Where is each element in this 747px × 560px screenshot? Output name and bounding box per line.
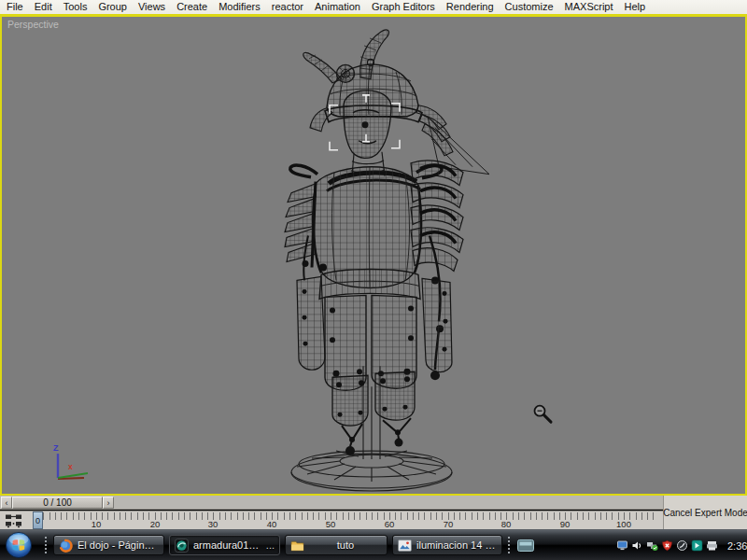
taskbar-clock[interactable]: 2:36: [727, 540, 747, 552]
tray-app-icon[interactable]: [676, 539, 688, 552]
viewport-label: Perspective: [7, 19, 59, 30]
folder-icon: [290, 539, 304, 553]
menu-edit[interactable]: Edit: [29, 0, 58, 14]
axis-x-label: x: [68, 462, 73, 471]
quick-launch-icon[interactable]: [517, 539, 534, 552]
firefox-icon: [59, 539, 73, 553]
belt-skirt-wireframe: [297, 269, 452, 390]
taskbar-button-label: El dojo - Página 2 - ...: [78, 539, 159, 551]
menu-modifiers[interactable]: Modifiers: [213, 0, 266, 14]
tick-label: 80: [501, 519, 512, 529]
network-status-icon[interactable]: [646, 539, 658, 552]
tick-label: 50: [326, 519, 336, 529]
media-app-icon[interactable]: [691, 539, 703, 552]
taskbar-grip: [44, 536, 49, 555]
taskbar-button-label: armadura01.max: [193, 539, 261, 551]
tick-label: 20: [150, 519, 161, 529]
mini-curve-editor-icon[interactable]: [4, 513, 24, 528]
menu-animation[interactable]: Animation: [309, 0, 366, 14]
tick-label: 100: [616, 519, 631, 529]
menu-group[interactable]: Group: [92, 0, 133, 14]
menu-views[interactable]: Views: [133, 0, 171, 14]
taskbar-button-label: tuto: [309, 539, 382, 551]
taskbar-button-iluminacion[interactable]: iluminacion 14 - Vis...: [392, 535, 502, 555]
perspective-viewport[interactable]: Z x Perspective: [0, 14, 747, 496]
menu-rendering[interactable]: Rendering: [441, 0, 500, 14]
taskbar-grip: [507, 536, 512, 555]
menu-graph-editors[interactable]: Graph Editors: [366, 0, 441, 14]
tick-label: 10: [92, 519, 102, 529]
tick-label: 70: [444, 519, 454, 529]
wireframe-model-samurai-armor: Z x: [2, 17, 745, 494]
axis-z-label: Z: [53, 443, 59, 453]
menu-maxscript[interactable]: MAXScript: [559, 0, 619, 14]
display-settings-icon[interactable]: [616, 539, 628, 552]
tick-label: 60: [385, 519, 395, 529]
next-frame-button[interactable]: ›: [103, 497, 114, 509]
system-tray: 2:36: [616, 530, 747, 560]
tassets-tassels-wireframe: [332, 371, 415, 455]
menu-customize[interactable]: Customize: [500, 0, 559, 14]
helmet-wireframe: [303, 30, 489, 175]
menu-tools[interactable]: Tools: [58, 0, 93, 14]
printer-icon[interactable]: [706, 539, 718, 552]
time-slider-track[interactable]: ‹ 0 / 100 ›: [0, 496, 663, 510]
taskbar-button-3dsmax[interactable]: armadura01.max ...: [169, 535, 280, 555]
taskbar-button-firefox[interactable]: El dojo - Página 2 - ...: [53, 535, 164, 555]
menu-create[interactable]: Create: [171, 0, 213, 14]
menu-file[interactable]: File: [1, 0, 29, 14]
track-bar[interactable]: 0 10 20 30 40 50 60 70 80 90 100 0: [0, 511, 663, 529]
menu-reactor[interactable]: reactor: [266, 0, 309, 14]
menu-help[interactable]: Help: [619, 0, 652, 14]
axis-gizmo: Z x: [53, 443, 88, 479]
security-alert-icon[interactable]: [661, 539, 673, 552]
zoom-cursor-icon: [535, 406, 552, 422]
taskbar: El dojo - Página 2 - ... armadura01.max …: [0, 529, 747, 560]
cancel-expert-mode-button[interactable]: Cancel Expert Mode: [663, 508, 747, 518]
windows-orb-icon: [5, 531, 33, 559]
display-stand: [291, 366, 452, 491]
current-frame-handle[interactable]: 0: [33, 511, 43, 529]
previous-frame-button[interactable]: ‹: [1, 497, 12, 509]
3dsmax-icon: [175, 539, 189, 553]
face-mask-wireframe: [344, 91, 391, 176]
left-sode-wireframe: [285, 182, 316, 268]
volume-icon[interactable]: [631, 539, 643, 552]
tick-label: 30: [208, 519, 218, 529]
tick-label: 40: [267, 519, 277, 529]
time-slider-button[interactable]: 0 / 100: [12, 497, 103, 509]
taskbar-button-tuto-folder[interactable]: tuto: [285, 535, 388, 555]
image-viewer-icon: [398, 539, 412, 553]
tick-label: 90: [560, 519, 571, 529]
taskbar-button-overflow: ...: [266, 539, 275, 551]
start-button[interactable]: [5, 531, 33, 559]
menu-bar: File Edit Tools Group Views Create Modif…: [0, 0, 747, 14]
taskbar-button-label: iluminacion 14 - Vis...: [416, 539, 497, 551]
expert-mode-panel: Cancel Expert Mode: [663, 496, 747, 529]
